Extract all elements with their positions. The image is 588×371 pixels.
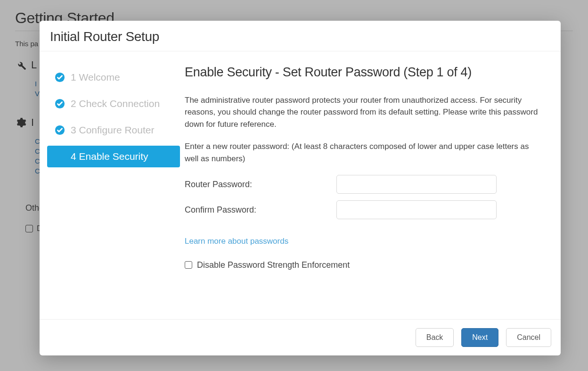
back-button[interactable]: Back bbox=[416, 328, 454, 347]
wizard-step-welcome[interactable]: 1 Welcome bbox=[47, 66, 180, 88]
router-password-row: Router Password: bbox=[185, 175, 544, 194]
check-circle-icon bbox=[55, 99, 65, 109]
content-paragraph: The administrative router password prote… bbox=[185, 94, 544, 131]
checkbox-icon[interactable] bbox=[185, 261, 192, 269]
wizard-step-label: 4 Enable Security bbox=[71, 151, 148, 162]
cancel-button[interactable]: Cancel bbox=[506, 328, 551, 347]
wizard-nav: 1 Welcome 2 Check Connection 3 Configure… bbox=[40, 51, 180, 319]
next-button[interactable]: Next bbox=[461, 328, 498, 347]
wizard-content: Enable Security - Set Router Password (S… bbox=[180, 51, 561, 319]
router-password-label: Router Password: bbox=[185, 178, 336, 191]
confirm-password-input[interactable] bbox=[336, 200, 497, 219]
wizard-step-enable-security[interactable]: 4 Enable Security bbox=[47, 146, 180, 167]
modal-footer: Back Next Cancel bbox=[40, 319, 561, 355]
modal-title: Initial Router Setup bbox=[50, 29, 550, 44]
content-paragraph: Enter a new router password: (At least 8… bbox=[185, 140, 544, 165]
wizard-modal: Initial Router Setup 1 Welcome 2 Check C… bbox=[40, 21, 561, 355]
wizard-step-configure-router[interactable]: 3 Configure Router bbox=[47, 119, 180, 141]
disable-strength-row[interactable]: Disable Password Strength Enforcement bbox=[185, 259, 544, 272]
check-circle-icon bbox=[55, 125, 65, 135]
confirm-password-label: Confirm Password: bbox=[185, 204, 336, 216]
confirm-password-row: Confirm Password: bbox=[185, 200, 544, 219]
disable-strength-label: Disable Password Strength Enforcement bbox=[197, 259, 350, 272]
modal-body: 1 Welcome 2 Check Connection 3 Configure… bbox=[40, 51, 561, 319]
check-circle-icon bbox=[55, 72, 65, 82]
learn-more-link[interactable]: Learn more about passwords bbox=[185, 235, 288, 247]
modal-header: Initial Router Setup bbox=[40, 21, 561, 51]
wizard-step-label: 3 Configure Router bbox=[71, 124, 154, 136]
wizard-step-label: 2 Check Connection bbox=[71, 98, 160, 109]
wizard-step-label: 1 Welcome bbox=[71, 72, 120, 83]
router-password-input[interactable] bbox=[336, 175, 497, 194]
wizard-step-check-connection[interactable]: 2 Check Connection bbox=[47, 93, 180, 115]
content-title: Enable Security - Set Router Password (S… bbox=[185, 63, 544, 82]
